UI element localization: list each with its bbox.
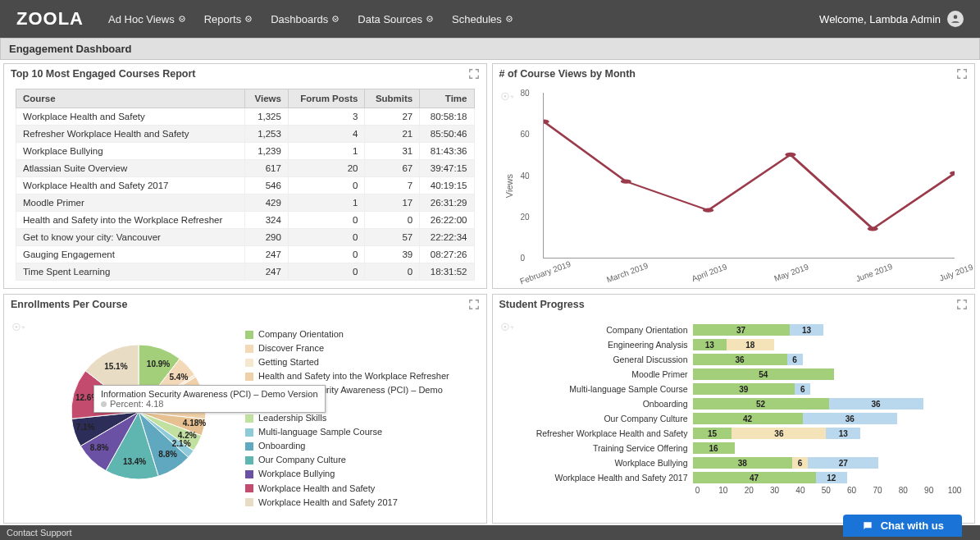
- svg-point-4: [507, 16, 512, 21]
- account-icon[interactable]: [947, 11, 964, 27]
- table-row[interactable]: Workplace Health and Safety 20175460740:…: [16, 177, 475, 194]
- brand-logo[interactable]: ZOOLA: [16, 8, 84, 30]
- chat-label: Chat with us: [881, 519, 944, 532]
- bar-segment: 54: [693, 368, 835, 380]
- x-tick: 10: [718, 486, 727, 495]
- legend-label: Workplace Health and Safety 2017: [258, 496, 398, 510]
- welcome-user[interactable]: Welcome, Lambda Admin: [819, 11, 964, 27]
- chat-button[interactable]: Chat with us: [843, 515, 962, 537]
- legend-item[interactable]: Leadership Skills: [245, 411, 475, 425]
- legend-swatch: [245, 470, 253, 478]
- table-row[interactable]: Workplace Bullying1,23913181:43:36: [16, 143, 475, 160]
- x-tick: 100: [948, 486, 962, 495]
- panel-title: Student Progress: [499, 299, 585, 310]
- contact-support-link[interactable]: Contact Support: [7, 528, 72, 538]
- nav-reports[interactable]: Reports: [204, 13, 253, 25]
- legend-label: Our Company Culture: [258, 453, 346, 467]
- x-tick: April 2019: [691, 262, 728, 283]
- chat-icon: [861, 520, 874, 532]
- nav-datasources[interactable]: Data Sources: [358, 13, 434, 25]
- table-row[interactable]: Health and Safety into the Workplace Ref…: [16, 212, 475, 229]
- nav-adhoc[interactable]: Ad Hoc Views: [108, 13, 186, 25]
- bar-segment: 52: [693, 398, 829, 410]
- bar-segment: 6: [795, 383, 810, 395]
- legend-swatch: [245, 373, 253, 381]
- expand-icon[interactable]: [956, 299, 968, 310]
- bar-segment: 13: [826, 428, 860, 439]
- bar-row[interactable]: Training Service Offering16: [529, 442, 955, 455]
- x-tick: 60: [847, 486, 856, 495]
- bar-segment: 36: [693, 354, 787, 365]
- pie-tooltip: Information Security Awareness (PCI) – D…: [93, 385, 326, 413]
- y-tick: 40: [521, 171, 530, 180]
- bar-row[interactable]: Company Orientation3713: [529, 323, 955, 336]
- footer-bar: Contact Support: [0, 525, 980, 540]
- legend-item[interactable]: Workplace Health and Safety: [245, 482, 475, 496]
- table-row[interactable]: Gauging Engagement24703908:27:26: [16, 246, 475, 263]
- svg-point-10: [703, 208, 713, 213]
- table-row[interactable]: Workplace Health and Safety1,32532780:58…: [16, 108, 475, 126]
- bar-category-label: Refresher Workplace Health and Safety: [529, 428, 693, 438]
- col-submits[interactable]: Submits: [365, 89, 420, 108]
- bar-row[interactable]: Workplace Bullying38627: [529, 456, 955, 469]
- progress-stacked-bar[interactable]: Company Orientation3713Engineering Analy…: [504, 319, 964, 518]
- bar-row[interactable]: General Discussion366: [529, 353, 955, 366]
- x-tick: 50: [822, 486, 831, 495]
- legend-item[interactable]: Workplace Health and Safety 2017: [245, 496, 475, 510]
- expand-icon[interactable]: [468, 299, 480, 310]
- bar-row[interactable]: Engineering Analysis1318: [529, 338, 955, 351]
- bar-segment: 16: [693, 442, 735, 454]
- bar-segment: 6: [792, 457, 808, 469]
- x-tick: May 2019: [773, 262, 810, 282]
- legend-item[interactable]: Multi-language Sample Course: [245, 425, 475, 439]
- bar-row[interactable]: Multi-language Sample Course396: [529, 382, 955, 396]
- x-tick: 0: [695, 486, 700, 495]
- bar-segment: 38: [693, 457, 792, 469]
- panel-options-icon[interactable]: [501, 323, 516, 336]
- x-tick: February 2019: [518, 259, 572, 286]
- nav-schedules[interactable]: Schedules: [452, 13, 513, 25]
- legend-item[interactable]: Getting Started: [245, 355, 475, 369]
- col-time[interactable]: Time: [420, 89, 474, 108]
- legend-item[interactable]: Onboarding: [245, 439, 475, 453]
- svg-point-2: [333, 16, 338, 21]
- svg-point-12: [867, 227, 877, 231]
- table-row[interactable]: Moodle Primer42911726:31:29: [16, 194, 475, 212]
- legend-item[interactable]: Discover France: [245, 341, 475, 355]
- bar-category-label: Workplace Health and Safety 2017: [529, 473, 693, 483]
- panel-title: # of Course Views by Month: [499, 68, 636, 80]
- legend-label: Getting Started: [258, 355, 319, 369]
- bar-row[interactable]: Onboarding5236: [529, 397, 955, 410]
- table-row[interactable]: Atlassian Suite Overview617206739:47:15: [16, 160, 475, 177]
- legend-swatch: [245, 428, 253, 437]
- bar-segment: 15: [693, 428, 732, 439]
- tooltip-title: Information Security Awareness (PCI) – D…: [101, 389, 318, 399]
- dashboard-grid: Top 10 Most Engaged Courses Report Cours…: [0, 60, 980, 524]
- bar-row[interactable]: Moodle Primer54: [529, 368, 955, 381]
- svg-point-3: [427, 16, 432, 21]
- chart-y-label: Views: [504, 174, 514, 198]
- legend-item[interactable]: Our Company Culture: [245, 453, 475, 467]
- col-views[interactable]: Views: [244, 89, 288, 108]
- col-course[interactable]: Course: [16, 89, 245, 108]
- legend-swatch: [245, 498, 253, 506]
- table-row[interactable]: Time Spent Learning2470018:31:52: [16, 263, 475, 281]
- bar-row[interactable]: Workplace Health and Safety 20174712: [529, 471, 955, 484]
- pie-legend: Company OrientationDiscover FranceGettin…: [245, 327, 475, 510]
- legend-item[interactable]: Company Orientation: [245, 327, 475, 341]
- panel-title: Enrollments Per Course: [11, 299, 127, 310]
- table-row[interactable]: Get to know your city: Vancouver29005722…: [16, 229, 475, 246]
- x-tick: 90: [924, 486, 933, 495]
- panel-options-icon[interactable]: [501, 92, 516, 106]
- legend-item[interactable]: Workplace Bullying: [245, 467, 475, 481]
- bar-row[interactable]: Refresher Workplace Health and Safety153…: [529, 427, 955, 440]
- expand-icon[interactable]: [468, 68, 480, 80]
- nav-dashboards[interactable]: Dashboards: [271, 13, 340, 25]
- legend-item[interactable]: Health and Safety into the Workplace Ref…: [245, 369, 475, 383]
- views-line-chart[interactable]: 020406080February 2019March 2019April 20…: [543, 93, 955, 259]
- bar-row[interactable]: Our Company Culture4236: [529, 412, 955, 425]
- expand-icon[interactable]: [956, 68, 968, 80]
- bar-category-label: General Discussion: [529, 355, 693, 364]
- col-forum-posts[interactable]: Forum Posts: [288, 89, 365, 108]
- table-row[interactable]: Refresher Workplace Health and Safety1,2…: [16, 126, 475, 143]
